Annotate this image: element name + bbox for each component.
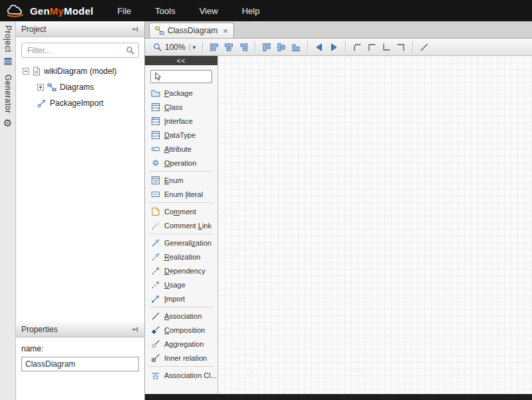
palette-item-datatype[interactable]: DataType <box>145 128 217 142</box>
package-icon <box>151 89 160 98</box>
gear-icon[interactable]: ⚙ <box>3 118 12 128</box>
palette-item-import[interactable]: Import <box>145 292 217 305</box>
palette-item-enum-literal[interactable]: Enum literal <box>145 187 217 201</box>
align-bottom-button[interactable] <box>289 41 303 54</box>
palette-item-aggregation[interactable]: Aggregation <box>145 337 217 351</box>
interface-icon <box>151 116 160 126</box>
palette-item-composition[interactable]: Composition <box>145 323 217 337</box>
toolbar-separator <box>255 41 255 53</box>
usage-icon <box>151 280 160 290</box>
palette-item-realization[interactable]: Realization <box>145 250 217 264</box>
search-icon <box>126 46 135 55</box>
palette-item-label: Attribute <box>164 145 192 153</box>
menu-help[interactable]: Help <box>230 0 272 21</box>
palette-separator <box>149 202 213 203</box>
nav-back-button[interactable] <box>312 41 327 54</box>
properties-panel-header: Properties <box>16 321 144 337</box>
association-icon <box>151 311 160 321</box>
nav-forward-button[interactable] <box>327 41 341 54</box>
tree-item-diagrams[interactable]: Diagrams <box>16 79 144 95</box>
zoom-control[interactable]: 100% ▾ <box>150 43 198 52</box>
palette-item-label: DataType <box>164 131 196 139</box>
menu-file[interactable]: File <box>105 0 143 21</box>
tool-palette: << Package <box>145 56 218 394</box>
tree-item-label: wikiDiagram (model) <box>44 67 116 76</box>
align-center-button[interactable] <box>221 41 236 54</box>
connector-elbow-up-button[interactable] <box>364 41 379 54</box>
palette-item-interface[interactable]: Interface <box>145 114 217 128</box>
tab-classdiagram[interactable]: ClassDiagram × <box>149 23 234 38</box>
filter-input[interactable] <box>21 43 139 58</box>
side-tab-generator[interactable]: Generator <box>3 75 13 114</box>
project-panel-header: Project <box>16 21 144 37</box>
toolbar-separator <box>345 41 346 53</box>
palette-item-class[interactable]: Class <box>145 100 217 114</box>
menu-view[interactable]: View <box>188 0 230 21</box>
align-left-button[interactable] <box>207 41 221 54</box>
palette-item-association[interactable]: Association <box>145 309 217 323</box>
palette-item-comment-link[interactable]: Comment Link <box>145 218 217 232</box>
palette-item-inner-relation[interactable]: Inner relation <box>145 351 217 365</box>
toolbar-separator <box>202 41 203 53</box>
palette-item-operation[interactable]: ⚙ Operation <box>145 156 217 170</box>
main-content: << Package <box>145 56 532 394</box>
palette-separator <box>149 171 213 172</box>
project-tree: wikiDiagram (model) Diagrams <box>16 63 144 111</box>
arrow-left-icon <box>315 43 324 52</box>
bottom-bar <box>145 394 532 400</box>
connector-rounded-button[interactable] <box>350 41 364 54</box>
collapse-pin-icon[interactable] <box>131 325 139 333</box>
cursor-icon <box>154 72 162 81</box>
connector-elbow-down-button[interactable] <box>379 41 394 54</box>
tab-close-icon[interactable]: × <box>223 26 228 36</box>
import-icon <box>151 294 160 303</box>
tree-item-label: PackageImport <box>50 99 104 108</box>
palette-item-label: Enum literal <box>164 190 203 198</box>
expand-plus-icon[interactable] <box>37 84 44 91</box>
select-tool[interactable] <box>150 70 212 83</box>
palette-item-dependency[interactable]: Dependency <box>145 264 217 278</box>
comment-link-icon <box>151 221 160 230</box>
palette-item-label: Inner relation <box>164 354 207 362</box>
project-panel: Project <box>16 21 145 321</box>
palette-item-label: Association <box>164 312 201 320</box>
palette-item-label: Dependency <box>164 267 205 275</box>
diagram-toolbar: 100% ▾ <box>145 39 532 56</box>
palette-item-association-class[interactable]: Association Cl... <box>145 368 217 382</box>
properties-panel: Properties name: <box>16 321 145 400</box>
model-file-icon <box>33 67 41 76</box>
collapse-pin-icon[interactable] <box>131 25 139 33</box>
palette-separator <box>149 234 213 234</box>
palette-item-package[interactable]: Package <box>145 86 217 100</box>
straight-line-button[interactable] <box>417 41 432 54</box>
palette-item-label: Association Cl... <box>164 371 217 379</box>
menu-tools[interactable]: Tools <box>143 0 187 21</box>
toolbar-separator <box>307 41 308 53</box>
palette-item-label: Realization <box>164 253 200 261</box>
palette-item-generalization[interactable]: Generalization <box>145 236 217 250</box>
collapse-minus-icon[interactable] <box>23 68 29 75</box>
class-icon <box>151 102 160 112</box>
align-middle-button[interactable] <box>274 41 289 54</box>
top-menubar: GenMyModel File Tools View Help <box>0 0 532 21</box>
tree-item-model[interactable]: wikiDiagram (model) <box>16 63 144 79</box>
diagram-canvas[interactable] <box>218 56 532 394</box>
palette-item-label: Comment <box>164 208 196 216</box>
connector-elbow-right-button[interactable] <box>394 41 408 54</box>
side-tab-project[interactable]: Project <box>3 25 13 53</box>
book-icon[interactable] <box>3 57 13 65</box>
name-input[interactable] <box>21 357 139 371</box>
align-right-button[interactable] <box>236 41 251 54</box>
palette-collapse-button[interactable]: << <box>145 56 217 65</box>
align-top-button[interactable] <box>259 41 274 54</box>
tree-item-packageimport[interactable]: PackageImport <box>16 95 144 111</box>
properties-panel-title: Properties <box>21 325 131 334</box>
palette-item-comment[interactable]: Comment <box>145 204 217 218</box>
tree-item-label: Diagrams <box>60 83 94 92</box>
project-panel-body: wikiDiagram (model) Diagrams <box>16 37 144 321</box>
palette-item-attribute[interactable]: Attribute <box>145 142 217 156</box>
attribute-icon <box>151 144 160 154</box>
palette-item-enum[interactable]: Enum <box>145 173 217 187</box>
palette-item-usage[interactable]: Usage <box>145 278 217 292</box>
zoom-dropdown-icon[interactable]: ▾ <box>190 44 196 51</box>
